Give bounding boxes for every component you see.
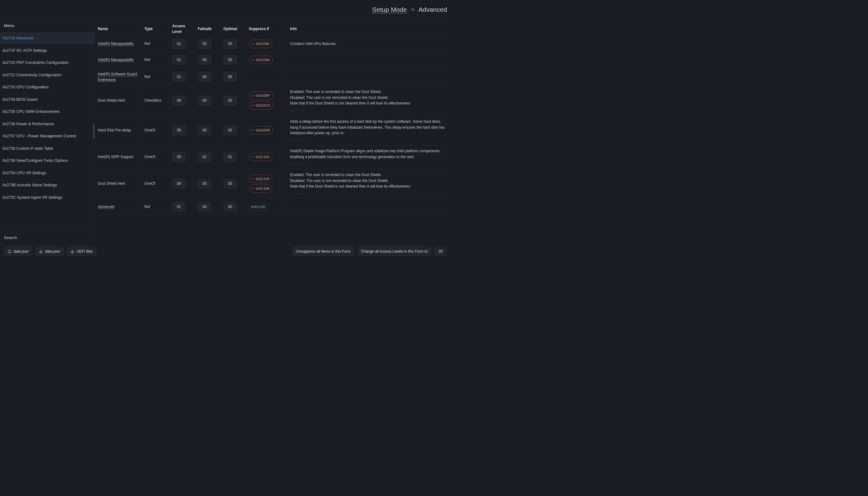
table-row: Intel(R) Software Guard ExtensionsRef010…	[95, 68, 451, 86]
row-type: Ref	[144, 41, 150, 46]
table-row: Dust Shield AlertOneOf0900000x511560x511…	[95, 169, 451, 199]
row-type: OneOf	[144, 127, 155, 133]
suppress-chip[interactable]: 0x510FB	[249, 126, 273, 134]
row-name-link[interactable]: Intel(R) Software Guard Extensions	[98, 71, 139, 82]
sidebar-item[interactable]: 0x271F RC ACPI Settings	[0, 44, 95, 57]
col-name: Name	[95, 19, 142, 38]
access-value[interactable]: 01	[172, 39, 186, 49]
sidebar-item[interactable]: 0x2735 CPU SMM Enhancement	[0, 105, 95, 118]
row-type: OneOf	[144, 154, 155, 160]
sidebar-item[interactable]: 0x2716 Advanced	[0, 32, 95, 44]
failsafe-value[interactable]: 00	[198, 72, 211, 81]
sidebar-item[interactable]: 0x2738 Custom P-state Table	[0, 142, 95, 154]
suppress-chip[interactable]: 0x5108A	[249, 56, 273, 64]
access-value[interactable]: 01	[172, 202, 186, 212]
sidebar-item[interactable]: 0x273C System Agent VR Settings	[0, 191, 95, 203]
row-name-link[interactable]: Intel(R) Manageability	[98, 41, 134, 46]
access-value[interactable]: 09	[172, 152, 186, 162]
failsafe-value[interactable]: 00	[198, 125, 211, 135]
optimal-value[interactable]: 00	[223, 179, 237, 188]
more-indicator[interactable]: ..........	[290, 161, 305, 166]
uefi-label: UEFI files	[77, 249, 93, 253]
row-type: Ref	[144, 57, 150, 63]
suppress-chip[interactable]: 0x51156	[249, 153, 272, 161]
row-info: Intel(R) Stable Image Platform Program a…	[290, 148, 448, 160]
suppress-label: 0x5108A	[256, 57, 270, 63]
sidebar-item[interactable]: 0x2739 View/Configure Turbo Options	[0, 154, 95, 167]
row-type: Ref	[144, 204, 150, 210]
table-body: Intel(R) ManageabilityRef0100000x51065Co…	[95, 38, 451, 245]
access-value[interactable]: 09	[172, 125, 186, 135]
table-row: Intel(R) ManageabilityRef0100000x5108A	[95, 52, 451, 68]
row-name: Hard Disk Pre-delay	[98, 127, 131, 133]
failsafe-value[interactable]: 00	[198, 39, 211, 49]
search-input[interactable]: Search	[0, 231, 95, 245]
scrollbar-thumb[interactable]	[93, 124, 95, 138]
optimal-value[interactable]: 00	[223, 96, 237, 105]
col-info: Info	[287, 19, 451, 38]
sidebar-item[interactable]: 0x2734 BIOS Guard	[0, 93, 95, 105]
suppress-chip[interactable]: 0x51156	[249, 174, 272, 183]
sidebar-item[interactable]: 0x2736 Power & Performance	[0, 118, 95, 130]
suppress-label: 0x51189	[256, 186, 269, 191]
breadcrumb-root[interactable]: Setup Mode	[372, 6, 407, 13]
failsafe-value[interactable]: 00	[198, 179, 211, 188]
download-label: data.json	[45, 249, 60, 253]
upload-icon	[7, 249, 11, 253]
suppress-chip[interactable]: 0x51065	[249, 40, 272, 48]
suppress-label: 0x510BF	[256, 93, 270, 98]
optimal-value[interactable]: 00	[223, 39, 237, 49]
more-indicator[interactable]: ..........	[290, 107, 305, 112]
menu-heading: Menu	[0, 19, 95, 32]
suppress-chip[interactable]: 0x510C3	[249, 102, 273, 109]
uefi-files-button[interactable]: UEFI files	[67, 247, 96, 256]
download-button[interactable]: data.json	[35, 247, 64, 256]
failsafe-value[interactable]: 00	[198, 202, 211, 212]
sidebar-item[interactable]: 0x273A CPU VR Settings	[0, 167, 95, 179]
download-icon	[70, 249, 74, 253]
access-value[interactable]: 01	[172, 55, 186, 64]
optimal-value[interactable]: 01	[223, 152, 237, 162]
upload-button[interactable]: data.json	[4, 247, 32, 256]
sidebar-item[interactable]: 0x2733 CPU Configuration	[0, 81, 95, 93]
suppress-chip[interactable]: 0x51189	[249, 184, 272, 192]
suppress-chip[interactable]: 0x510BF	[249, 91, 273, 99]
breadcrumb-current: Advanced	[418, 6, 447, 13]
sidebar-item[interactable]: 0x273B Acoustic Noise Settings	[0, 179, 95, 191]
row-name-link[interactable]: Advanced	[98, 204, 114, 210]
table-row: Intel(R) SIPP SupportOneOf0901010x51156I…	[95, 145, 451, 169]
suppress-chip[interactable]: 0x511DC	[249, 202, 269, 211]
access-value[interactable]: 09	[172, 179, 186, 188]
optimal-value[interactable]: 00	[223, 55, 237, 64]
optimal-value[interactable]: 00	[223, 125, 237, 135]
change-access-button[interactable]: Change all Access Levels in this Form to	[357, 247, 431, 256]
more-indicator[interactable]: ..........	[290, 190, 305, 195]
optimal-value[interactable]: 00	[223, 72, 237, 81]
table-header: Name Type Access Level Failsafe Optimal …	[95, 19, 451, 38]
menu-list: 0x2716 Advanced0x271F RC ACPI Settings0x…	[0, 32, 95, 231]
access-value[interactable]: 01	[172, 72, 186, 81]
sidebar-item[interactable]: 0x2737 CPU - Power Management Control	[0, 130, 95, 142]
suppress-label: 0x511DC	[251, 204, 266, 209]
row-name: Intel(R) SIPP Support	[98, 154, 133, 160]
row-info: Enabled: The user is reminded to clean t…	[290, 89, 410, 106]
unsuppress-button[interactable]: Unsuppress all Items in this Form	[292, 247, 354, 256]
row-name-link[interactable]: Intel(R) Manageability	[98, 57, 134, 63]
access-value[interactable]: 09	[172, 96, 186, 105]
breadcrumb-sep: >	[411, 6, 415, 13]
download-icon	[39, 249, 43, 253]
col-optimal: Optimal	[221, 19, 246, 38]
more-indicator[interactable]: ..........	[290, 137, 305, 142]
row-info: Enabled: The user is reminded to clean t…	[290, 172, 410, 189]
row-info: Adds a delay before the first access of …	[290, 119, 448, 136]
sidebar-item[interactable]: 0x2720 PEP Constraints Configuration	[0, 57, 95, 68]
access-level-input[interactable]: 05	[434, 247, 447, 256]
row-type: Ref	[144, 74, 150, 80]
sidebar-item[interactable]: 0x2722 Connectivity Configuration	[0, 69, 95, 81]
failsafe-value[interactable]: 01	[198, 152, 211, 162]
table-row: Hard Disk Pre-delayOneOf0900000x510FBAdd…	[95, 115, 451, 145]
failsafe-value[interactable]: 00	[198, 96, 211, 105]
optimal-value[interactable]: 00	[223, 202, 237, 212]
col-suppress: Suppress If	[246, 19, 287, 38]
failsafe-value[interactable]: 00	[198, 55, 211, 64]
